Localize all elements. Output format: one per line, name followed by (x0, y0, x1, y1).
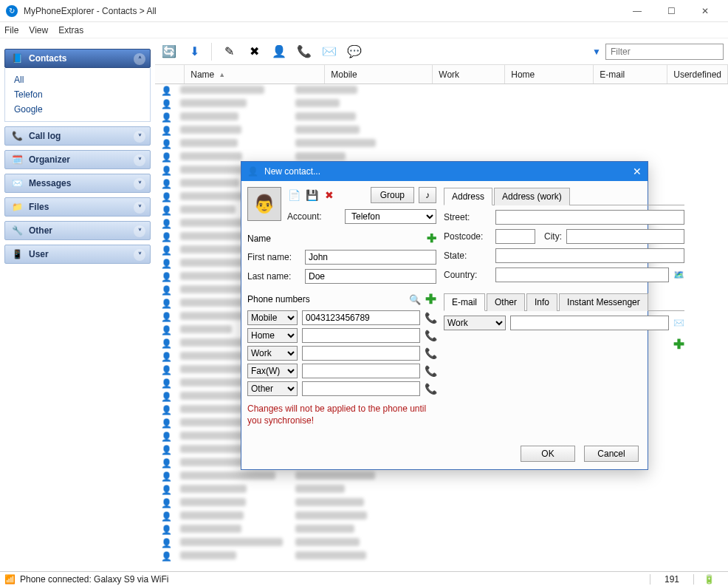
sidebar-user[interactable]: 📱 User ˅ (4, 245, 151, 264)
tab-other[interactable]: Other (487, 293, 525, 311)
phone-type-select[interactable]: Fax(W) (247, 364, 298, 378)
send-email-icon[interactable]: ✉️ (673, 318, 684, 328)
table-row[interactable]: 👤 (155, 111, 728, 124)
call-button[interactable]: 📞 (295, 42, 314, 61)
save-icon[interactable]: 💾 (305, 188, 318, 202)
sidebar-item-google[interactable]: Google (14, 102, 141, 117)
sidebar-item-telefon[interactable]: Telefon (14, 87, 141, 102)
col-work[interactable]: Work (433, 65, 505, 84)
phone-number-input[interactable] (302, 346, 420, 361)
search-phone-icon[interactable]: 🔍 (409, 294, 421, 305)
col-icon[interactable] (155, 65, 185, 84)
first-name-input[interactable] (305, 250, 436, 265)
sync-button[interactable]: 🔄 (159, 42, 179, 61)
delete-button[interactable]: ✖ (244, 42, 264, 61)
dial-icon[interactable]: 📞 (425, 330, 436, 341)
col-email[interactable]: E-mail (594, 65, 667, 84)
edit-button[interactable]: ✎ (219, 42, 238, 61)
table-row[interactable]: 👤 (155, 470, 728, 483)
minimize-button[interactable]: — (620, 0, 654, 22)
person-icon: 👤 (155, 179, 177, 189)
tab-address-work[interactable]: Address (work) (494, 188, 570, 205)
table-row[interactable]: 👤 (155, 536, 728, 550)
group-button[interactable]: Group (371, 187, 414, 203)
col-home[interactable]: Home (505, 65, 594, 84)
sidebar-contacts[interactable]: 📘 Contacts ˄ (4, 49, 151, 68)
person-icon: 👤 (155, 272, 177, 282)
dial-icon[interactable]: 📞 (425, 365, 436, 377)
account-select[interactable]: Telefon (345, 209, 436, 224)
add-phone-button[interactable]: ✚ (425, 291, 436, 307)
cancel-button[interactable]: Cancel (584, 446, 639, 462)
sidebar-calllog[interactable]: 📞 Call log ˅ (4, 126, 151, 146)
email-input[interactable] (510, 316, 669, 330)
person-icon: 👤 (155, 525, 177, 535)
note-icon[interactable]: 📄 (287, 188, 301, 202)
sidebar-files[interactable]: 📁 Files ˅ (4, 197, 151, 217)
dial-icon[interactable]: 📞 (425, 383, 436, 395)
table-row[interactable]: 👤 (155, 550, 728, 563)
message-button[interactable]: ✉️ (320, 42, 339, 61)
table-row[interactable]: 👤 (155, 124, 728, 137)
state-input[interactable] (495, 248, 684, 263)
filter-input[interactable] (605, 44, 724, 60)
table-row[interactable]: 👤 (155, 497, 728, 510)
sidebar-item-all[interactable]: All (14, 72, 141, 87)
dialog-titlebar[interactable]: 👤 New contact... ✕ (241, 162, 648, 181)
last-name-input[interactable] (305, 269, 436, 284)
menu-extras[interactable]: Extras (58, 25, 83, 35)
person-icon: 👤 (155, 445, 177, 455)
tab-info[interactable]: Info (526, 293, 557, 311)
col-mobile[interactable]: Mobile (325, 65, 433, 84)
add-name-button[interactable]: ✚ (427, 231, 436, 245)
tab-address[interactable]: Address (444, 188, 492, 205)
col-userdefined[interactable]: Userdefined (667, 65, 728, 84)
filter-icon[interactable]: ▼ (592, 47, 601, 57)
email-type-select[interactable]: Work (444, 316, 506, 330)
postcode-input[interactable] (495, 229, 535, 244)
col-name[interactable]: Name▲ (185, 65, 325, 84)
chevron-down-icon: ˅ (134, 131, 145, 143)
download-button[interactable]: ⬇ (185, 42, 204, 61)
phone-type-select[interactable]: Work (247, 346, 298, 361)
close-button[interactable]: ✕ (688, 0, 722, 22)
dial-icon[interactable]: 📞 (425, 347, 436, 359)
table-row[interactable]: 👤 (155, 483, 728, 497)
map-icon[interactable]: 🗺️ (673, 270, 684, 280)
sidebar-messages[interactable]: ✉️ Messages ˅ (4, 174, 151, 193)
menu-file[interactable]: File (4, 25, 18, 35)
tab-im[interactable]: Instant Messenger (559, 293, 648, 311)
table-row[interactable]: 👤 (155, 137, 728, 151)
dial-icon[interactable]: 📞 (425, 312, 436, 324)
menu-view[interactable]: View (29, 25, 48, 35)
delete-icon[interactable]: ✖ (323, 188, 336, 202)
maximize-button[interactable]: ☐ (654, 0, 688, 22)
dialog-close-button[interactable]: ✕ (633, 166, 642, 177)
contact-avatar[interactable]: 👨 (247, 187, 281, 221)
table-row[interactable]: 👤 (155, 98, 728, 111)
phone-number-input[interactable] (302, 364, 420, 378)
phone-number-input[interactable] (302, 310, 420, 325)
phone-number-input[interactable] (302, 328, 420, 343)
sidebar-organizer[interactable]: 🗓️ Organizer ˅ (4, 150, 151, 169)
add-contact-button[interactable]: 👤 (269, 42, 289, 61)
sidebar-other[interactable]: 🔧 Other ˅ (4, 221, 151, 240)
tab-email[interactable]: E-mail (444, 293, 485, 311)
phone-number-input[interactable] (302, 381, 420, 396)
city-input[interactable] (566, 229, 684, 244)
sidebar-other-label: Other (29, 225, 52, 236)
phone-type-select[interactable]: Home (247, 328, 298, 343)
country-input[interactable] (495, 268, 669, 282)
phone-type-select[interactable]: Mobile (247, 310, 298, 325)
table-row[interactable]: 👤 (155, 84, 728, 98)
chat-button[interactable]: 💬 (345, 42, 364, 61)
street-input[interactable] (495, 210, 684, 225)
person-icon: 👤 (155, 166, 177, 176)
phone-type-select[interactable]: Other (247, 381, 298, 396)
ringtone-button[interactable]: ♪ (419, 187, 436, 203)
table-row[interactable]: 👤 (155, 510, 728, 523)
postcode-label: Postcode: (444, 231, 491, 242)
ok-button[interactable]: OK (521, 446, 575, 462)
table-row[interactable]: 👤 (155, 523, 728, 536)
add-email-button[interactable]: ✚ (673, 337, 684, 352)
